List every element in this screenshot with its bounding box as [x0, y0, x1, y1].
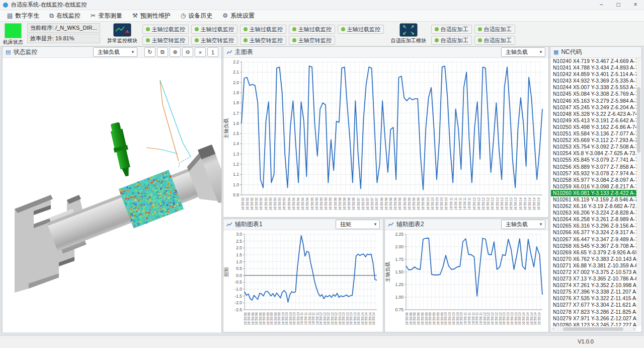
spindle-idle-badge[interactable]: 主轴空转监控	[289, 36, 335, 45]
spindle-idle-badge[interactable]: 主轴空转监控	[240, 36, 286, 45]
nc-code-row[interactable]: N10242 X4.859 Y-3.401 Z-5.114 A-75.775	[551, 71, 636, 78]
menu-item-系统设置[interactable]: ⚙系统设置	[217, 11, 260, 21]
nc-code-row[interactable]: N10276 X7.535 Y-3.322 Z-11.415 A-65.22	[551, 295, 636, 302]
nc-code-row[interactable]: N10258 X5.977 Y-3.084 Z-8.097 A-73.138	[551, 177, 636, 183]
abnormal-monitor-module-icon[interactable]	[113, 23, 131, 37]
nc-code-row[interactable]: N10241 X4.788 Y-3.434 Z-4.893 A-76.062	[551, 64, 636, 71]
nc-code-row[interactable]: N10279 X7.971 Y-3.266 Z-12.027 A-62.98	[551, 315, 636, 322]
svg-text:16:59:08: 16:59:08	[417, 312, 420, 325]
nc-code-row[interactable]: N10252 X5.669 Y-3.112 Z-7.293 A-73.844	[551, 137, 636, 144]
adaptive-machining-badge-label: 自适应加工	[441, 26, 468, 33]
maximize-button[interactable]: □	[610, 0, 627, 10]
svg-text:16:59:09: 16:59:09	[266, 312, 270, 325]
svg-text:16:59:07: 16:59:07	[357, 197, 360, 211]
nc-code-list[interactable]: N10240 X4.719 Y-3.467 Z-4.669 A-76.396N1…	[551, 58, 636, 326]
spindle-overload-badge[interactable]: 主轴过载监控	[338, 25, 384, 34]
menu-item-设备历史[interactable]: ◷设备历史	[176, 11, 217, 21]
svg-text:16:59:13: 16:59:13	[338, 312, 342, 325]
zoom-in-button[interactable]: ⊕	[170, 47, 181, 57]
chevron-down-icon: ▼	[539, 50, 543, 54]
nc-code-row[interactable]: N10272 X7.002 Y-3.375 Z-10.573 A-68.05	[551, 269, 636, 275]
nc-code-row[interactable]: N10267 X6.447 Y-3.347 Z-9.489 A-71.055	[551, 236, 636, 243]
aux-chart2-metric-select[interactable]: 主轴负载▼	[501, 220, 545, 229]
nc-code-row[interactable]: N10245 X5.084 Y-3.308 Z-5.769 A-75.088	[551, 91, 636, 97]
nc-code-row[interactable]: N10250 X5.498 Y-3.162 Z-6.86 A-74.178 C	[551, 124, 636, 130]
menu-item-变形测量[interactable]: ✂变形测量	[86, 11, 127, 21]
nc-horizontal-scrollbar[interactable]: ‹ ›	[551, 327, 636, 331]
nc-code-row[interactable]: N10249 X5.413 Y-3.191 Z-6.642 A-74.346	[551, 117, 636, 124]
adaptive-machining-badge[interactable]: 自适应加工	[474, 36, 515, 45]
svg-text:1.8: 1.8	[233, 100, 239, 105]
aux-chart1-metric-select[interactable]: 扭矩▼	[336, 220, 380, 229]
status-monitor-title: 状态监控	[13, 48, 37, 56]
svg-text:16:59:10: 16:59:10	[426, 197, 430, 211]
system-settings-icon: ⚙	[222, 12, 228, 19]
machine-status-label: 机床状态	[3, 39, 23, 46]
nc-code-row[interactable]: N10268 X6.545 Y-3.367 Z-9.708 A-70.519	[551, 243, 636, 249]
svg-text:16:59:06: 16:59:06	[334, 197, 337, 211]
adaptive-machining-badge[interactable]: 自适应加工	[431, 25, 472, 34]
nc-code-row[interactable]: N10274 X7.261 Y-3.352 Z-10.998 A-66.67	[551, 282, 636, 289]
nc-code-row[interactable]: N10261 X6.119 Y-3.159 Z-8.546 A-72.701	[551, 196, 636, 203]
nc-code-row[interactable]: N10266 X6.377 Y-3.324 Z-9.317 A-71.443	[551, 229, 636, 236]
nc-code-row[interactable]: N10247 X5.245 Y-3.249 Z-6.204 A-74.701	[551, 104, 636, 111]
nc-code-row[interactable]: N10257 X5.932 Y-3.078 Z-7.974 A-73.243	[551, 170, 636, 177]
svg-text:1.00: 1.00	[395, 295, 404, 300]
nc-code-row[interactable]: N10246 X5.163 Y-3.279 Z-5.984 A-74.892	[551, 98, 636, 104]
menu-item-数字孪生[interactable]: ▤数字孪生	[2, 11, 44, 21]
nc-code-row[interactable]: N10240 X4.719 Y-3.467 Z-4.669 A-76.396	[551, 58, 636, 64]
nc-code-row[interactable]: N10255 X5.845 Y-3.079 Z-7.741 A-73.458	[551, 157, 636, 163]
zoom-out-button[interactable]: ⊖	[182, 47, 193, 57]
fit-button[interactable]: ×	[195, 47, 206, 57]
1-indicator[interactable]: 1	[207, 47, 218, 57]
nc-code-row[interactable]: N10270 X6.762 Y-3.383 Z-10.143 A-69.34	[551, 256, 636, 262]
nc-code-row[interactable]: N10271 X6.88 Y-3.381 Z-10.359 A-68.711	[551, 262, 636, 269]
spindle-overload-badge[interactable]: 主轴过载监控	[240, 25, 286, 34]
nc-code-row[interactable]: N10275 X7.396 Y-3.338 Z-11.207 A-65.95	[551, 289, 636, 295]
status-monitor-metric-select[interactable]: 主轴负载▼	[93, 47, 137, 57]
spindle-overload-badge[interactable]: 主轴过载监控	[191, 25, 237, 34]
menu-item-在线监控[interactable]: ⧉在线监控	[44, 11, 86, 21]
rotate-button[interactable]: ↻	[144, 47, 155, 57]
nc-code-row[interactable]: N10277 X7.677 Y-3.304 Z-11.621 A-64.48	[551, 302, 636, 308]
scroll-right-icon[interactable]: ›	[631, 327, 636, 331]
main-chart-metric-select[interactable]: 主轴负载▼	[501, 47, 545, 57]
nc-code-row[interactable]: N10280 X8.123 Y-3.245 Z-12.227 A-62.23	[551, 322, 636, 326]
nc-code-row[interactable]: N10265 X6.316 Y-3.296 Z-9.156 A-71.771	[551, 223, 636, 229]
nc-code-row[interactable]: N10278 X7.823 Y-3.286 Z-11.825 A-63.73	[551, 309, 636, 315]
spindle-idle-badge[interactable]: 主轴空转监控	[142, 36, 189, 45]
nc-code-row[interactable]: N10262 X6.16 Y-3.19 Z-8.682 A-72.534 C	[551, 203, 636, 210]
nc-code-row[interactable]: N10269 X6.65 Y-3.379 Z-9.926 A-69.947 C	[551, 249, 636, 256]
nc-vertical-scrollbar[interactable]	[636, 58, 641, 326]
status-dot-icon	[195, 38, 199, 42]
adaptive-machining-badge[interactable]: 自适应加工	[431, 36, 472, 45]
nc-code-row[interactable]: N10263 X6.206 Y-3.224 Z-8.828 A-72.33 C	[551, 210, 636, 216]
nc-code-row[interactable]: N10256 X5.889 Y-3.077 Z-7.858 A-73.348	[551, 164, 636, 170]
nc-code-row[interactable]: N10273 X7.13 Y-3.365 Z-10.786 A-67.372	[551, 275, 636, 282]
aux-chart2-panel: 辅助图表2 主轴负载▼ 16:59:0816:59:0816:59:0816:5…	[384, 219, 549, 332]
spindle-overload-badge[interactable]: 主轴过载监控	[142, 25, 189, 34]
nc-code-row[interactable]: N10260 X6.081 Y-3.133 Z-8.422 A-72.835	[551, 190, 636, 196]
svg-text:1.0: 1.0	[233, 182, 239, 187]
nc-code-row[interactable]: N10243 X4.932 Y-3.369 Z-5.335 A-75.523	[551, 78, 636, 84]
spindle-overload-badge[interactable]: 主轴过载监控	[289, 25, 335, 34]
adaptive-machining-module-icon[interactable]	[399, 23, 418, 37]
nc-code-row[interactable]: N10253 X5.754 Y-3.092 Z-7.508 A-73.677	[551, 144, 636, 150]
close-button[interactable]: ×	[627, 0, 644, 10]
3d-viewport[interactable]	[3, 58, 221, 332]
svg-text:16:59:08: 16:59:08	[259, 312, 262, 325]
adaptive-machining-badge[interactable]: 自适应加工	[474, 25, 515, 34]
nc-code-row[interactable]: N10251 X5.584 Y-3.136 Z-7.077 A-74.012	[551, 130, 636, 137]
spindle-idle-badge[interactable]: 主轴空转监控	[191, 36, 237, 45]
minimize-button[interactable]: −	[593, 0, 610, 10]
nc-code-row[interactable]: N10259 X6.016 Y-3.098 Z-8.217 A-73.036	[551, 183, 636, 190]
svg-text:1.5: 1.5	[233, 131, 239, 136]
scroll-left-icon[interactable]: ‹	[551, 327, 556, 331]
nc-code-row[interactable]: N10254 X5.8 Y-3.084 Z-7.625 A-73.571 C	[551, 150, 636, 157]
nc-code-row[interactable]: N10248 X5.328 Y-3.22 Z-6.423 A-74.52 C	[551, 111, 636, 117]
nc-code-row[interactable]: N10244 X5.007 Y-3.338 Z-5.553 A-75.297	[551, 84, 636, 91]
nc-code-row[interactable]: N10264 X6.258 Y-3.261 Z-8.989 A-72.072	[551, 216, 636, 223]
svg-text:16:59:03: 16:59:03	[282, 197, 286, 211]
export-button[interactable]: ⧉	[157, 47, 168, 57]
menu-item-预测性维护[interactable]: ⚒预测性维护	[127, 11, 176, 21]
